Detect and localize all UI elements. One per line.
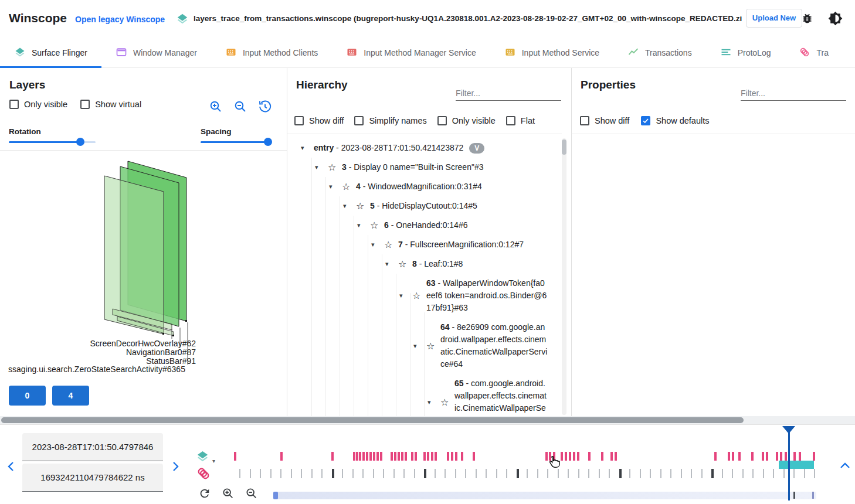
sf-event-mark[interactable] <box>565 452 567 461</box>
dark-mode-toggle-icon[interactable] <box>828 11 843 28</box>
sf-event-mark[interactable] <box>366 452 368 461</box>
sf-event-mark[interactable] <box>331 452 334 461</box>
checkbox-box[interactable] <box>506 116 515 125</box>
sf-event-mark[interactable] <box>601 452 603 461</box>
transaction-tick[interactable] <box>783 469 785 478</box>
transaction-tick[interactable] <box>609 469 610 478</box>
tree-node-6[interactable]: ▾☆6 - OneHanded:0:14#6 <box>290 216 556 235</box>
transaction-tick[interactable] <box>742 469 744 478</box>
rotation-slider[interactable] <box>9 138 96 146</box>
sf-event-mark[interactable] <box>751 452 754 461</box>
pin-star-icon[interactable]: ☆ <box>384 239 398 250</box>
transaction-tick[interactable] <box>537 469 538 478</box>
transaction-tick[interactable] <box>435 469 436 478</box>
pin-star-icon[interactable]: ☆ <box>426 340 440 352</box>
transaction-tick[interactable] <box>362 469 364 478</box>
sf-event-mark[interactable] <box>766 452 768 461</box>
sf-event-mark[interactable] <box>780 452 782 461</box>
collapse-caret-icon[interactable]: ▾ <box>413 342 426 350</box>
sf-event-mark[interactable] <box>714 452 717 461</box>
pin-star-icon[interactable]: ☆ <box>342 181 356 192</box>
transaction-tick[interactable] <box>280 469 281 478</box>
transaction-tick[interactable] <box>270 469 272 478</box>
transaction-tick[interactable] <box>640 469 641 478</box>
sf-event-mark[interactable] <box>423 452 426 461</box>
prev-entry-icon[interactable] <box>7 461 15 474</box>
reset-zoom-icon[interactable] <box>198 487 211 502</box>
sf-event-mark[interactable] <box>435 452 437 461</box>
collapse-caret-icon[interactable]: ▾ <box>385 260 398 268</box>
transaction-tick[interactable] <box>393 469 395 478</box>
transaction-tick[interactable] <box>722 469 723 478</box>
trace-select-caret-icon[interactable]: ▾ <box>212 458 215 464</box>
timeline-cursor[interactable] <box>788 427 790 500</box>
sf-event-mark[interactable] <box>785 452 787 461</box>
tab-window-manager[interactable]: Window Manager <box>101 38 211 68</box>
transaction-tick[interactable] <box>383 469 384 478</box>
tree-node-5[interactable]: ▾☆5 - HideDisplayCutout:0:14#5 <box>290 196 556 216</box>
sf-event-mark[interactable] <box>398 452 400 461</box>
transaction-tick[interactable] <box>629 469 630 478</box>
transaction-tick[interactable] <box>476 469 477 478</box>
sf-event-mark[interactable] <box>427 452 429 461</box>
upload-new-button[interactable]: Upload New <box>746 9 802 28</box>
transaction-tick[interactable] <box>332 469 334 478</box>
transaction-tick[interactable] <box>763 469 764 478</box>
transaction-tick[interactable] <box>239 469 240 478</box>
spacing-slider[interactable] <box>201 138 272 146</box>
transaction-tick[interactable] <box>352 469 354 478</box>
checkbox-box[interactable] <box>294 116 304 125</box>
tree-node-64[interactable]: ▾☆64 - 8e26909 com.google.android.wallpa… <box>290 318 556 374</box>
tree-node-65[interactable]: ▾☆65 - com.google.android.wallpaper.effe… <box>290 374 556 416</box>
sf-event-mark[interactable] <box>280 452 283 461</box>
properties-filter-input[interactable] <box>741 86 846 101</box>
tree-node-3[interactable]: ▾☆3 - Display 0 name="Built-in Screen"#3 <box>290 158 556 177</box>
transaction-tick[interactable] <box>732 469 733 478</box>
transaction-tick[interactable] <box>424 469 426 478</box>
sf-event-mark[interactable] <box>728 452 730 461</box>
sf-event-mark[interactable] <box>732 452 734 461</box>
transaction-tick[interactable] <box>301 469 302 478</box>
checkbox-show-diff[interactable]: Show diff <box>580 116 629 125</box>
tab-input-method-clients[interactable]: Input Method Clients <box>211 38 332 68</box>
transaction-tick[interactable] <box>670 469 671 478</box>
transaction-tick[interactable] <box>250 469 251 478</box>
collapse-caret-icon[interactable]: ▾ <box>399 292 412 299</box>
sf-event-mark[interactable] <box>573 452 575 461</box>
sf-event-mark[interactable] <box>615 452 617 461</box>
tree-node-4[interactable]: ▾☆4 - WindowedMagnification:0:31#4 <box>290 177 556 196</box>
transaction-tick[interactable] <box>527 469 528 478</box>
sf-event-mark[interactable] <box>762 452 764 461</box>
spacing-slider-thumb[interactable] <box>264 138 272 146</box>
transaction-tick[interactable] <box>568 469 569 478</box>
checkbox-show-diff[interactable]: Show diff <box>294 116 344 125</box>
zoom-in-icon[interactable] <box>209 100 223 116</box>
pin-star-icon[interactable]: ☆ <box>356 200 370 212</box>
zoom-range-thumb[interactable] <box>273 492 278 499</box>
hierarchy-filter-input[interactable] <box>456 86 561 101</box>
sf-event-mark[interactable] <box>362 452 365 461</box>
sf-event-mark[interactable] <box>401 452 403 461</box>
sf-event-mark[interactable] <box>373 452 375 461</box>
transaction-tick[interactable] <box>496 469 497 478</box>
rotation-slider-thumb[interactable] <box>76 138 84 146</box>
checkbox-box[interactable] <box>9 100 19 109</box>
sf-event-mark[interactable] <box>234 452 236 461</box>
checkbox-only-visible[interactable]: Only visible <box>9 100 67 109</box>
sf-event-mark[interactable] <box>431 452 433 461</box>
transaction-tick[interactable] <box>260 469 261 478</box>
collapse-caret-icon[interactable]: ▾ <box>301 144 314 152</box>
transaction-tick[interactable] <box>701 469 703 478</box>
sf-event-mark[interactable] <box>376 452 379 461</box>
sf-event-mark[interactable] <box>415 452 417 461</box>
bug-report-icon[interactable] <box>801 12 813 27</box>
pin-star-icon[interactable]: ☆ <box>370 220 384 231</box>
sf-event-mark[interactable] <box>588 452 591 461</box>
horizontal-scrollbar[interactable] <box>0 416 855 424</box>
sf-event-mark[interactable] <box>451 452 453 461</box>
surface-flinger-trace-icon[interactable] <box>196 449 209 465</box>
tab-protolog[interactable]: ProtoLog <box>706 38 785 68</box>
tab-surface-flinger[interactable]: Surface Flinger <box>0 38 101 68</box>
checkbox-flat[interactable]: Flat <box>506 116 535 125</box>
tree-node-7[interactable]: ▾☆7 - FullscreenMagnification:0:12#7 <box>290 235 556 254</box>
